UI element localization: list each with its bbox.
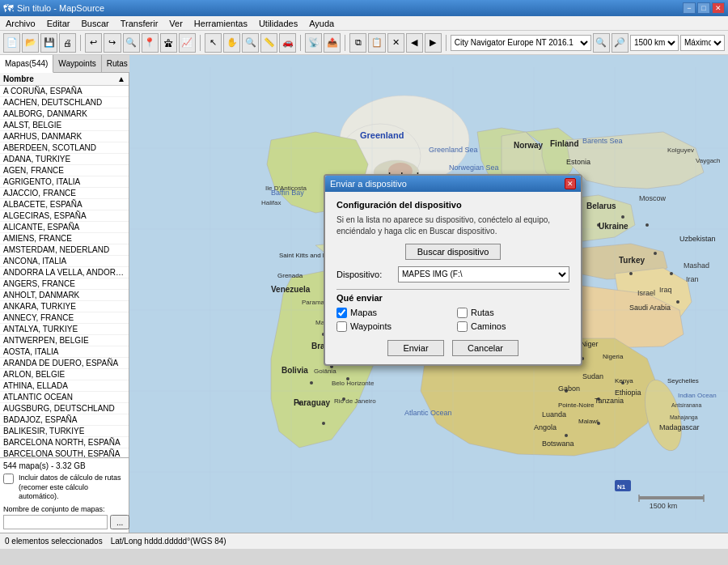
sep4 <box>345 35 345 51</box>
zoom-out-btn[interactable]: 🔍 <box>593 33 610 53</box>
check-caminos-label: Caminos <box>471 321 506 331</box>
list-item[interactable]: ALBACETE, ESPAÑA <box>0 199 129 210</box>
arrow-fwd[interactable]: ▶ <box>425 33 442 53</box>
route-plan-button[interactable]: 🚗 <box>279 33 296 53</box>
list-item[interactable]: AMSTERDAM, NEDERLAND <box>0 244 129 256</box>
map-area[interactable]: Greenland Greenland Sea Norwegian Sea Ba… <box>129 55 728 533</box>
print-button[interactable]: 🖨 <box>59 33 76 53</box>
list-item[interactable]: ALICANTE, ESPAÑA <box>0 222 129 233</box>
copy-button[interactable]: ⧉ <box>349 33 366 53</box>
list-item[interactable]: BARCELONA NORTH, ESPAÑA <box>0 437 129 448</box>
enviar-button[interactable]: Enviar <box>387 340 444 356</box>
list-item[interactable]: AALBORG, DANMARK <box>0 108 129 120</box>
check-waypoints-input[interactable] <box>336 321 347 332</box>
list-item[interactable]: ADANA, TURKIYE <box>0 154 129 165</box>
list-item[interactable]: ARANDA DE DUERO, ESPAÑA <box>0 358 129 369</box>
maximize-button[interactable]: □ <box>697 2 710 14</box>
check-mapas-input[interactable] <box>336 308 347 318</box>
menu-buscar[interactable]: Buscar <box>78 18 111 29</box>
tab-rutas[interactable]: Rutas <box>102 55 133 72</box>
footer-count: 544 mapa(s) - 3.32 GB <box>3 461 125 470</box>
delete-button[interactable]: ✕ <box>387 33 404 53</box>
include-route-data-checkbox[interactable] <box>3 474 14 484</box>
device-selector[interactable]: MAPES IMG (F:\ <box>398 266 569 282</box>
list-item[interactable]: AMIENS, FRANCE <box>0 233 129 244</box>
menu-archivo[interactable]: Archivo <box>3 18 38 29</box>
mapset-input[interactable] <box>3 515 108 529</box>
column-nombre: Nombre <box>3 74 34 83</box>
list-item[interactable]: ABERDEEN, SCOTLAND <box>0 142 129 154</box>
track-button[interactable]: 📈 <box>179 33 196 53</box>
list-item[interactable]: BADAJOZ, ESPAÑA <box>0 414 129 426</box>
transfer-button[interactable]: 📡 <box>305 33 322 53</box>
dialog-close-button[interactable]: ✕ <box>565 178 576 189</box>
list-item[interactable]: ARLON, BELGIE <box>0 369 129 380</box>
zoom-in-button[interactable]: 🔍 <box>242 33 259 53</box>
list-item[interactable]: AGRIGENTO, ITALIA <box>0 176 129 188</box>
waypoint-button[interactable]: 📍 <box>142 33 159 53</box>
check-rutas-input[interactable] <box>457 308 468 318</box>
pan-button[interactable]: ✋ <box>223 33 240 53</box>
list-item[interactable]: ALGECIRAS, ESPAÑA <box>0 210 129 222</box>
minimize-button[interactable]: − <box>683 2 696 14</box>
list-item[interactable]: ANTWERPEN, BELGIE <box>0 335 129 346</box>
check-caminos-input[interactable] <box>457 321 468 332</box>
menu-utilidades[interactable]: Utilidades <box>256 18 300 29</box>
dialog-separator <box>336 289 569 290</box>
save-button[interactable]: 💾 <box>40 33 57 53</box>
tab-maps[interactable]: Mapas(544) <box>0 55 53 73</box>
check-rutas-label: Rutas <box>471 308 494 317</box>
zoom-mode[interactable]: Máximo <box>680 35 725 51</box>
sep3 <box>300 35 301 51</box>
list-item[interactable]: ANNECY, FRANCE <box>0 312 129 324</box>
menu-transferir[interactable]: Transferir <box>118 18 161 29</box>
route-button[interactable]: 🛣 <box>160 33 177 53</box>
list-item[interactable]: AJACCIO, FRANCE <box>0 188 129 199</box>
select-button[interactable]: ↖ <box>205 33 222 53</box>
zoom-level[interactable]: 1500 km <box>630 35 679 51</box>
check-waypoints: Waypoints <box>336 321 449 332</box>
list-item[interactable]: AGEN, FRANCE <box>0 165 129 176</box>
list-item[interactable]: ATLANTIC OCEAN <box>0 392 129 403</box>
find-button[interactable]: 🔍 <box>123 33 140 53</box>
send-button[interactable]: 📤 <box>324 33 341 53</box>
list-item[interactable]: A CORUÑA, ESPAÑA <box>0 86 129 97</box>
menu-herramientas[interactable]: Herramientas <box>192 18 250 29</box>
list-item[interactable]: ANDORRA LA VELLA, ANDORRA <box>0 267 129 278</box>
arrow-back[interactable]: ◀ <box>406 33 423 53</box>
list-item[interactable]: ANKARA, TURKIYE <box>0 301 129 312</box>
paste-button[interactable]: 📋 <box>368 33 385 53</box>
list-item[interactable]: AOSTA, ITALIA <box>0 346 129 358</box>
list-item[interactable]: BARCELONA SOUTH, ESPAÑA <box>0 448 129 457</box>
map-selector[interactable]: City Navigator Europe NT 2016.1 <box>451 35 591 51</box>
mapset-browse-button[interactable]: ... <box>110 515 129 529</box>
list-item[interactable]: ANTALYA, TURKIYE <box>0 324 129 335</box>
list-item[interactable]: ATHINA, ELLADA <box>0 380 129 392</box>
list-item[interactable]: BALIKESIR, TURKIYE <box>0 426 129 437</box>
dialog-description: Si en la lista no aparece su dispositivo… <box>336 215 569 237</box>
list-item[interactable]: AACHEN, DEUTSCHLAND <box>0 97 129 108</box>
menu-editar[interactable]: Editar <box>44 18 73 29</box>
tab-waypoints[interactable]: Waypoints <box>53 55 101 72</box>
undo-button[interactable]: ↩ <box>85 33 102 53</box>
list-item[interactable]: AUGSBURG, DEUTSCHLAND <box>0 403 129 414</box>
menu-ver[interactable]: Ver <box>167 18 185 29</box>
new-button[interactable]: 📄 <box>3 33 20 53</box>
menu-bar: Archivo Editar Buscar Transferir Ver Her… <box>0 16 728 31</box>
open-button[interactable]: 📂 <box>22 33 39 53</box>
redo-button[interactable]: ↪ <box>104 33 121 53</box>
list-item[interactable]: ANHOLT, DANMARK <box>0 290 129 301</box>
cancelar-button[interactable]: Cancelar <box>452 340 518 356</box>
list-item[interactable]: AALST, BELGIE <box>0 120 129 131</box>
list-item[interactable]: AARHUS, DANMARK <box>0 131 129 142</box>
measure-button[interactable]: 📏 <box>260 33 277 53</box>
menu-ayuda[interactable]: Ayuda <box>307 18 336 29</box>
dialog-body: Configuración del dispositivo Si en la l… <box>325 192 581 364</box>
zoom-in-btn2[interactable]: 🔎 <box>612 33 629 53</box>
list-item[interactable]: ANCONA, ITALIA <box>0 256 129 267</box>
maps-list[interactable]: A CORUÑA, ESPAÑAAACHEN, DEUTSCHLANDAALBO… <box>0 86 129 457</box>
close-button[interactable]: ✕ <box>712 2 725 14</box>
list-item[interactable]: ANGERS, FRANCE <box>0 278 129 290</box>
footer-checkbox-label: Incluir datos de cálculo de rutas (recom… <box>19 474 125 502</box>
search-device-button[interactable]: Buscar dispositivo <box>405 244 502 260</box>
